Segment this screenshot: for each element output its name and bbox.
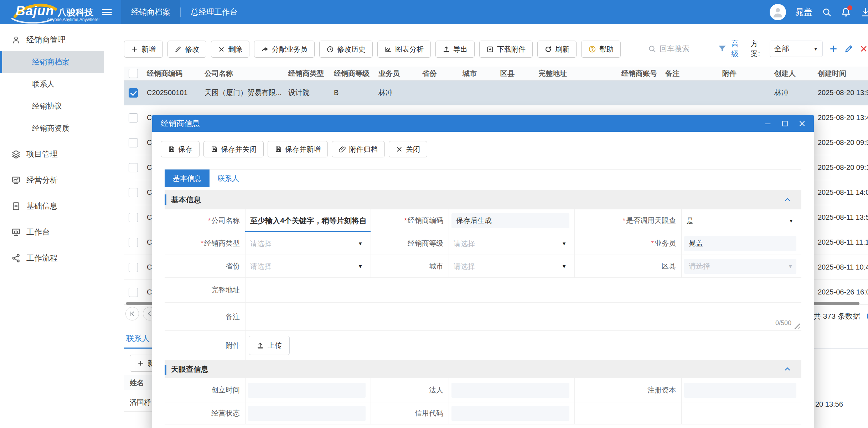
field-control-经销商编码[interactable]: 保存后生成 — [449, 209, 574, 232]
sidebar-item-经营分析[interactable]: 经营分析 — [0, 169, 104, 191]
layers-icon — [11, 150, 21, 159]
row-checkbox[interactable] — [129, 138, 138, 147]
sidebar-subitem-经销商资质[interactable]: 经销商资质 — [0, 117, 104, 139]
modal-button-附件归档[interactable]: 附件归档 — [332, 141, 385, 157]
toolbar-button-图表分析[interactable]: 图表分析 — [377, 41, 431, 58]
search-input[interactable]: 回车搜索 — [648, 42, 706, 56]
field-control-经销商等级[interactable]: 请选择▼ — [449, 232, 574, 255]
tab-contacts[interactable]: 联系人 — [124, 333, 152, 349]
row-cell: 2025-06-26 16:0 — [813, 288, 868, 296]
table-row-selected[interactable]: C202500101天困（厦门）贸易有限...设计院B林冲林冲2025-08-2… — [124, 80, 868, 105]
field-control-法人[interactable] — [449, 378, 574, 402]
user-avatar[interactable] — [770, 4, 786, 20]
row-checkbox[interactable] — [129, 163, 138, 172]
field-control-创立时间[interactable] — [245, 378, 371, 402]
field-control-是否调用天眼查[interactable]: 是▼ — [681, 209, 801, 232]
sidebar-subitem-经销商档案[interactable]: 经销商档案 — [0, 51, 104, 73]
advanced-search-link[interactable]: 高级 — [731, 39, 745, 59]
field-control-备注[interactable]: 0/500 — [245, 303, 801, 330]
logout-icon[interactable] — [860, 7, 868, 17]
sidebar-item-项目管理[interactable]: 项目管理 — [0, 143, 104, 165]
sidebar-item-工作台[interactable]: 工作台 — [0, 221, 104, 243]
header-checkbox-cell — [124, 69, 143, 78]
chevron-down-icon: ▼ — [562, 263, 567, 269]
menu-toggle-icon[interactable] — [102, 8, 112, 16]
row-checkbox[interactable] — [129, 213, 138, 222]
clear-scheme-icon[interactable] — [859, 45, 868, 53]
toolbar-button-下载附件[interactable]: 下载附件 — [479, 41, 533, 58]
maximize-icon[interactable] — [781, 120, 789, 127]
sidebar-item-基础信息[interactable]: 基础信息 — [0, 195, 104, 217]
modal-button-保存并关闭[interactable]: 保存并关闭 — [203, 141, 264, 157]
minimize-icon[interactable] — [764, 120, 772, 127]
modal-tab-基本信息[interactable]: 基本信息 — [165, 169, 210, 187]
chevron-down-icon: ▼ — [358, 263, 363, 269]
toolbar-button-删除[interactable]: 删除 — [211, 41, 249, 58]
app-logo[interactable]: Bajun 八骏科技 Anyone,Anytime,Anywhere! — [12, 1, 94, 23]
sidebar-item-经销商管理[interactable]: 经销商管理 — [0, 29, 104, 51]
field-control-业务员[interactable]: 晁盖 — [681, 232, 801, 255]
edit-scheme-icon[interactable] — [844, 44, 853, 53]
field-control-注册资本[interactable] — [681, 378, 801, 402]
row-checkbox[interactable] — [129, 263, 138, 272]
row-checkbox-cell — [124, 213, 143, 222]
field-control-省份[interactable]: 请选择▼ — [245, 255, 371, 277]
modal-button-关闭[interactable]: 关闭 — [389, 141, 427, 157]
row-checkbox[interactable] — [129, 113, 138, 122]
field-label-text: 经销商类型 — [204, 239, 240, 248]
topbar-right: 晁盖 — [770, 0, 868, 24]
modal-button-保存[interactable]: 保存 — [161, 141, 200, 157]
filter-funnel-icon[interactable] — [718, 44, 727, 53]
field-control-信用代码[interactable] — [449, 402, 574, 424]
collapse-chevron-up-icon[interactable] — [784, 196, 791, 204]
upload-button[interactable]: 上传 — [249, 336, 290, 355]
toolbar-button-修改历史[interactable]: 修改历史 — [319, 41, 373, 58]
sidebar-subitem-经销协议[interactable]: 经销协议 — [0, 95, 104, 117]
field-control-城市[interactable]: 请选择▼ — [449, 255, 574, 277]
field-label-创立时间: 创立时间 — [165, 378, 245, 402]
modal-button-label: 保存 — [178, 145, 192, 154]
field-label-法人: 法人 — [371, 378, 449, 402]
field-control-经营状态[interactable] — [245, 402, 371, 424]
toolbar-button-修改[interactable]: 修改 — [167, 41, 206, 58]
modal-tab-联系人[interactable]: 联系人 — [210, 169, 247, 187]
modal-button-保存并新增[interactable]: 保存并新增 — [268, 141, 328, 157]
nav-tab-0[interactable]: 经销商档案 — [121, 0, 180, 24]
field-control-附件[interactable]: 上传 — [245, 331, 801, 360]
field-control-经销商类型[interactable]: 请选择▼ — [245, 232, 371, 255]
modal-titlebar[interactable]: 经销商信息 — [152, 115, 814, 132]
collapse-chevron-up-icon[interactable] — [784, 365, 791, 373]
toolbar-button-分配业务员[interactable]: 分配业务员 — [254, 41, 315, 58]
first-page-button[interactable] — [125, 307, 139, 320]
search-icon[interactable] — [822, 7, 832, 17]
dealer-info-modal: 经销商信息 保存保存并关闭保存并新增附件归档关闭 基本信息联系人 基本信息 公司… — [152, 115, 814, 428]
toolbar-button-帮助[interactable]: 帮助 — [581, 41, 621, 58]
column-header-创建人: 创建人 — [770, 69, 813, 78]
sidebar-item-工作流程[interactable]: 工作流程 — [0, 247, 104, 269]
row-checkbox[interactable] — [129, 188, 138, 197]
scheme-select[interactable]: 全部 ▼ — [770, 41, 823, 57]
toolbar-button-刷新[interactable]: 刷新 — [537, 41, 577, 58]
refresh-list-icon[interactable] — [865, 309, 868, 323]
company-name-input[interactable]: 至少输入4个关键字，稍等片刻将自 — [250, 216, 367, 226]
row-checkbox[interactable] — [129, 238, 138, 247]
resize-handle-icon[interactable] — [793, 322, 800, 329]
user-name[interactable]: 晁盖 — [795, 6, 812, 18]
select-all-checkbox[interactable] — [129, 69, 138, 78]
toolbar-button-新增[interactable]: 新增 — [124, 41, 163, 58]
sidebar-subitem-联系人[interactable]: 联系人 — [0, 73, 104, 95]
add-scheme-icon[interactable] — [829, 44, 838, 53]
modal-button-label: 关闭 — [406, 145, 420, 154]
upload-label: 上传 — [268, 341, 282, 350]
close-icon[interactable] — [798, 120, 806, 127]
field-control-完整地址[interactable] — [245, 278, 801, 302]
toolbar-button-label: 修改 — [185, 45, 199, 54]
notifications-bell-icon[interactable] — [841, 7, 851, 17]
row-checkbox-checked[interactable] — [129, 88, 138, 98]
toolbar-button-label: 导出 — [453, 45, 467, 54]
field-control-区县[interactable]: 请选择▼ — [681, 255, 801, 277]
toolbar-button-导出[interactable]: 导出 — [435, 41, 475, 58]
field-control-公司名称[interactable]: 至少输入4个关键字，稍等片刻将自 — [245, 209, 371, 232]
row-checkbox[interactable] — [129, 288, 138, 297]
nav-tab-1[interactable]: 总经理工作台 — [181, 0, 248, 24]
